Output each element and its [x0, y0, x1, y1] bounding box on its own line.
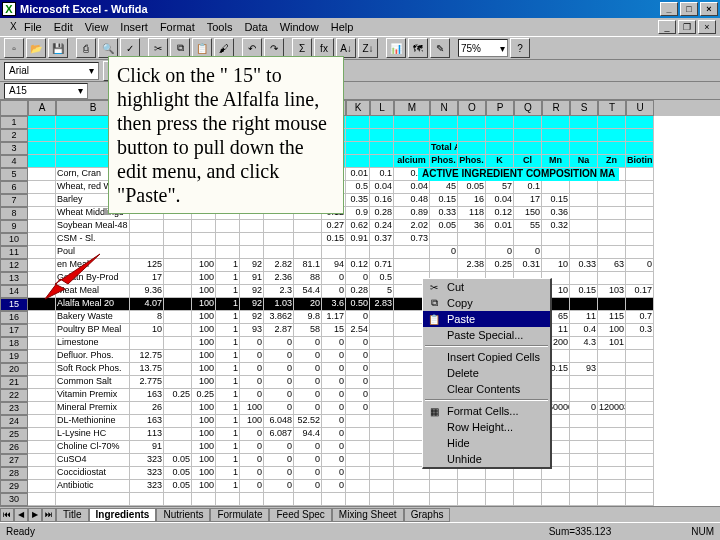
redo-icon[interactable]: ↷ — [264, 38, 284, 58]
doc-close-button[interactable]: × — [698, 20, 716, 34]
col-header[interactable]: M — [394, 100, 430, 116]
minimize-button[interactable]: _ — [660, 2, 678, 16]
col-header[interactable]: U — [626, 100, 654, 116]
cm-copy[interactable]: ⧉Copy — [423, 295, 550, 311]
preview-icon[interactable]: 🔍 — [98, 38, 118, 58]
row-header[interactable]: 17 — [0, 324, 28, 337]
cut-icon[interactable]: ✂ — [148, 38, 168, 58]
row-header[interactable]: 2 — [0, 129, 28, 142]
select-all-corner[interactable] — [0, 100, 28, 116]
menu-edit[interactable]: Edit — [48, 20, 79, 34]
col-header[interactable]: K — [346, 100, 370, 116]
cm-hide[interactable]: Hide — [423, 435, 550, 451]
row-header[interactable]: 26 — [0, 441, 28, 454]
row-header[interactable]: 3 — [0, 142, 28, 155]
row-header[interactable]: 8 — [0, 207, 28, 220]
row-header[interactable]: 30 — [0, 493, 28, 506]
col-header[interactable]: S — [570, 100, 598, 116]
map-icon[interactable]: 🗺 — [408, 38, 428, 58]
cm-row-height[interactable]: Row Height... — [423, 419, 550, 435]
chart-icon[interactable]: 📊 — [386, 38, 406, 58]
sort-desc-icon[interactable]: Z↓ — [358, 38, 378, 58]
fx-icon[interactable]: fx — [314, 38, 334, 58]
tab-first-icon[interactable]: ⏮ — [0, 508, 14, 522]
col-header[interactable]: T — [598, 100, 626, 116]
cm-cut[interactable]: ✂Cut — [423, 279, 550, 295]
row-header[interactable]: 22 — [0, 389, 28, 402]
name-box[interactable]: A15▾ — [4, 83, 88, 99]
spell-icon[interactable]: ✓ — [120, 38, 140, 58]
menu-format[interactable]: Format — [154, 20, 201, 34]
row-header[interactable]: 18 — [0, 337, 28, 350]
save-icon[interactable]: 💾 — [48, 38, 68, 58]
tab-ingredients[interactable]: Ingredients — [89, 508, 157, 522]
row-header[interactable]: 23 — [0, 402, 28, 415]
tab-nutrients[interactable]: Nutrients — [156, 508, 210, 522]
row-header[interactable]: 9 — [0, 220, 28, 233]
row-header[interactable]: 15 — [0, 298, 28, 311]
menu-file[interactable]: File — [18, 20, 48, 34]
paste-icon[interactable]: 📋 — [192, 38, 212, 58]
cm-insert-copied[interactable]: Insert Copied Cells — [423, 349, 550, 365]
doc-restore-button[interactable]: ❐ — [678, 20, 696, 34]
open-icon[interactable]: 📂 — [26, 38, 46, 58]
cm-format-cells[interactable]: ▦Format Cells... — [423, 403, 550, 419]
undo-icon[interactable]: ↶ — [242, 38, 262, 58]
row-header[interactable]: 14 — [0, 285, 28, 298]
sum-icon[interactable]: Σ — [292, 38, 312, 58]
col-header[interactable]: Q — [514, 100, 542, 116]
col-header[interactable]: P — [486, 100, 514, 116]
close-button[interactable]: × — [700, 2, 718, 16]
tab-feedspec[interactable]: Feed Spec — [269, 508, 331, 522]
row-header[interactable]: 12 — [0, 259, 28, 272]
cm-delete[interactable]: Delete — [423, 365, 550, 381]
row-header[interactable]: 11 — [0, 246, 28, 259]
row-header[interactable]: 28 — [0, 467, 28, 480]
tab-formulate[interactable]: Formulate — [210, 508, 269, 522]
col-header[interactable]: R — [542, 100, 570, 116]
doc-minimize-button[interactable]: _ — [658, 20, 676, 34]
help-icon[interactable]: ? — [510, 38, 530, 58]
col-header[interactable]: N — [430, 100, 458, 116]
row-header[interactable]: 20 — [0, 363, 28, 376]
row-header[interactable]: 21 — [0, 376, 28, 389]
row-header[interactable]: 5 — [0, 168, 28, 181]
copy-icon[interactable]: ⧉ — [170, 38, 190, 58]
row-header[interactable]: 24 — [0, 415, 28, 428]
sort-asc-icon[interactable]: A↓ — [336, 38, 356, 58]
tab-last-icon[interactable]: ⏭ — [42, 508, 56, 522]
menu-tools[interactable]: Tools — [201, 20, 239, 34]
col-header[interactable]: L — [370, 100, 394, 116]
menu-insert[interactable]: Insert — [114, 20, 154, 34]
menu-view[interactable]: View — [79, 20, 115, 34]
row-header[interactable]: 27 — [0, 454, 28, 467]
col-header[interactable]: A — [28, 100, 56, 116]
row-header[interactable]: 13 — [0, 272, 28, 285]
row-header[interactable]: 6 — [0, 181, 28, 194]
tab-title[interactable]: Title — [56, 508, 89, 522]
row-header[interactable]: 16 — [0, 311, 28, 324]
format-painter-icon[interactable]: 🖌 — [214, 38, 234, 58]
new-icon[interactable]: ▫ — [4, 38, 24, 58]
row-header[interactable]: 25 — [0, 428, 28, 441]
zoom-combo[interactable]: 75%▾ — [458, 39, 508, 57]
cm-paste-special[interactable]: Paste Special... — [423, 327, 550, 343]
tab-next-icon[interactable]: ▶ — [28, 508, 42, 522]
row-header[interactable]: 7 — [0, 194, 28, 207]
cm-clear[interactable]: Clear Contents — [423, 381, 550, 397]
font-combo[interactable]: Arial▾ — [4, 62, 99, 80]
row-header[interactable]: 19 — [0, 350, 28, 363]
row-header[interactable]: 4 — [0, 155, 28, 168]
row-header[interactable]: 29 — [0, 480, 28, 493]
print-icon[interactable]: ⎙ — [76, 38, 96, 58]
row-header[interactable]: 10 — [0, 233, 28, 246]
cm-unhide[interactable]: Unhide — [423, 451, 550, 467]
menu-data[interactable]: Data — [238, 20, 273, 34]
maximize-button[interactable]: □ — [680, 2, 698, 16]
tab-prev-icon[interactable]: ◀ — [14, 508, 28, 522]
tab-graphs[interactable]: Graphs — [404, 508, 451, 522]
draw-icon[interactable]: ✎ — [430, 38, 450, 58]
row-header[interactable]: 1 — [0, 116, 28, 129]
tab-mixing[interactable]: Mixing Sheet — [332, 508, 404, 522]
cm-paste[interactable]: 📋Paste — [423, 311, 550, 327]
